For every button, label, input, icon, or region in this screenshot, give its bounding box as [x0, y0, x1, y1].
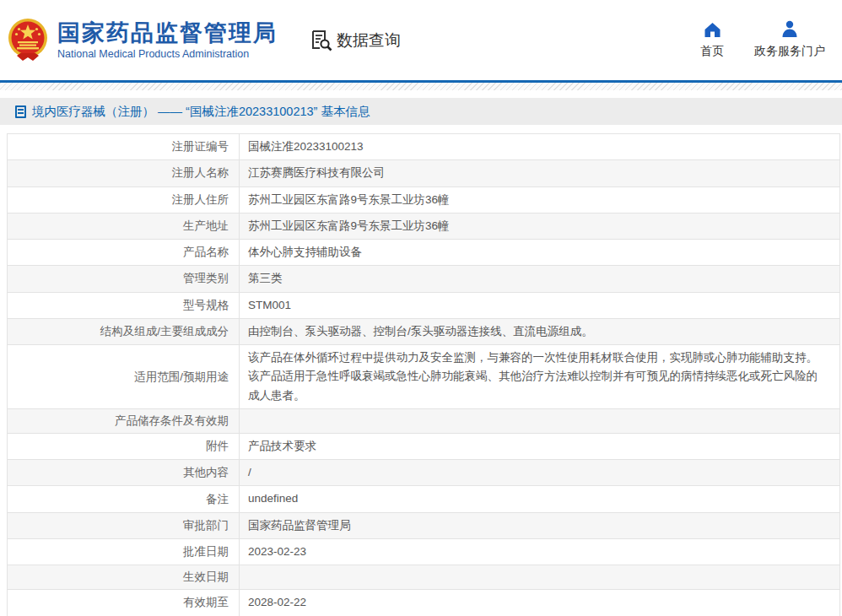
table-row: 批准日期2023-02-23: [8, 539, 839, 565]
field-label: 注册人住所: [8, 187, 240, 213]
field-label: 批准日期: [8, 539, 240, 565]
field-value: 该产品在体外循环过程中提供动力及安全监测，与兼容的一次性使用耗材联合使用，实现肺…: [240, 345, 839, 408]
field-value: 国械注准20233100213: [240, 134, 839, 159]
field-label: 产品储存条件及有效期: [8, 409, 240, 433]
table-row: 备注undefined: [8, 486, 839, 512]
field-value: [240, 409, 839, 433]
table-row: 型号规格STM001: [8, 293, 839, 319]
field-label: 其他内容: [8, 460, 240, 485]
table-row: 附件产品技术要求: [8, 434, 839, 460]
field-label: 生产地址: [8, 213, 240, 239]
national-emblem-icon: [7, 16, 49, 65]
field-label: 产品名称: [8, 240, 240, 265]
table-row: 产品储存条件及有效期: [8, 409, 839, 434]
person-icon: [780, 21, 799, 38]
field-value: 苏州工业园区东富路9号东景工业坊36幢: [240, 187, 839, 213]
field-label: 型号规格: [8, 293, 240, 318]
data-query-label: 数据查询: [337, 30, 401, 51]
field-value: /: [240, 460, 839, 485]
home-icon: [704, 21, 721, 38]
site-header: 国家药品监督管理局 National Medical Products Admi…: [0, 0, 842, 80]
page-title: 境内医疗器械（注册） —— “国械注准20233100213” 基本信息: [32, 104, 370, 120]
document-search-icon: [310, 29, 332, 51]
field-value: 第三类: [240, 266, 839, 291]
table-row: 结构及组成/主要组成成分由控制台、泵头驱动器、控制台/泵头驱动器连接线、直流电源…: [8, 319, 839, 345]
data-query-button[interactable]: 数据查询: [310, 29, 401, 51]
nav-home-label: 首页: [700, 44, 724, 59]
field-label: 适用范围/预期用途: [8, 345, 240, 408]
nav-service-portal[interactable]: 政务服务门户: [754, 21, 825, 59]
field-value: undefined: [240, 486, 839, 511]
field-label: 结构及组成/主要组成成分: [8, 319, 240, 344]
field-label: 有效期至: [8, 590, 240, 615]
table-row: 管理类别第三类: [8, 266, 839, 292]
table-row: 适用范围/预期用途该产品在体外循环过程中提供动力及安全监测，与兼容的一次性使用耗…: [8, 345, 839, 409]
field-value: 体外心肺支持辅助设备: [240, 240, 839, 265]
table-row: 审批部门国家药品监督管理局: [8, 513, 839, 539]
field-label: 备注: [8, 486, 240, 511]
field-value: 产品技术要求: [240, 434, 839, 459]
nav-home[interactable]: 首页: [700, 21, 724, 59]
field-value: 江苏赛腾医疗科技有限公司: [240, 160, 839, 186]
table-row: 生产地址苏州工业园区东富路9号东景工业坊36幢: [8, 213, 839, 240]
site-logo[interactable]: 国家药品监督管理局 National Medical Products Admi…: [7, 16, 278, 65]
header-nav: 首页 政务服务门户: [700, 21, 829, 59]
page-title-bar: 境内医疗器械（注册） —— “国械注准20233100213” 基本信息: [0, 98, 842, 125]
field-value: 苏州工业园区东富路9号东景工业坊36幢: [240, 213, 839, 239]
field-value: 2028-02-22: [240, 590, 839, 615]
table-row: 其他内容/: [8, 460, 839, 486]
table-row: 注册证编号国械注准20233100213: [8, 134, 839, 160]
table-row: 产品名称体外心肺支持辅助设备: [8, 240, 839, 266]
site-title: 国家药品监督管理局: [57, 20, 278, 46]
table-row: 注册人住所苏州工业园区东富路9号东景工业坊36幢: [8, 187, 839, 213]
field-label: 生效日期: [8, 565, 240, 589]
document-icon: [15, 105, 26, 118]
field-label: 管理类别: [8, 266, 240, 291]
field-label: 附件: [8, 434, 240, 459]
info-table: 注册证编号国械注准20233100213注册人名称江苏赛腾医疗科技有限公司注册人…: [7, 133, 840, 616]
field-value: [240, 565, 839, 589]
spacer: [0, 90, 842, 98]
brand-text: 国家药品监督管理局 National Medical Products Admi…: [57, 20, 278, 60]
table-row: 注册人名称江苏赛腾医疗科技有限公司: [8, 160, 839, 186]
table-row: 有效期至2028-02-22: [8, 590, 839, 616]
site-subtitle: National Medical Products Administration: [57, 48, 278, 60]
field-value: STM001: [240, 293, 839, 318]
field-label: 注册人名称: [8, 160, 240, 186]
field-value: 2023-02-23: [240, 539, 839, 565]
field-label: 注册证编号: [8, 134, 240, 159]
hatched-strip: [0, 83, 842, 90]
nav-service-portal-label: 政务服务门户: [754, 44, 825, 59]
field-value: 由控制台、泵头驱动器、控制台/泵头驱动器连接线、直流电源组成。: [240, 319, 839, 344]
field-label: 审批部门: [8, 513, 240, 538]
field-value: 国家药品监督管理局: [240, 513, 839, 538]
table-row: 生效日期: [8, 565, 839, 590]
